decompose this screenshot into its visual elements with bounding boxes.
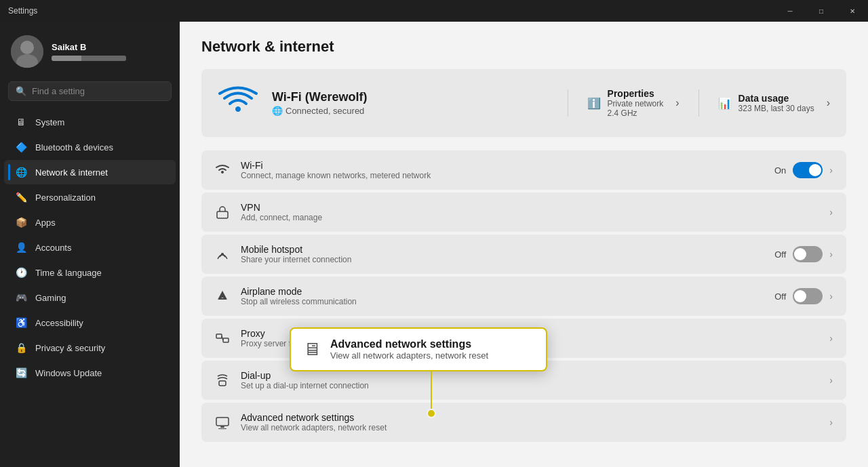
tooltip-box: 🖥 Advanced network settings View all net… (290, 327, 547, 371)
maximize-button[interactable]: □ (806, 0, 837, 22)
chevron-wifi: › (829, 165, 833, 176)
dialup-icon (215, 373, 230, 387)
accounts-icon: 👤 (15, 241, 27, 253)
sidebar-item-network[interactable]: 🌐 Network & internet (4, 160, 176, 184)
sidebar-nav: 🖥 System 🔷 Bluetooth & devices 🌐 Network… (0, 109, 180, 386)
svg-rect-8 (219, 381, 226, 386)
data-usage-chevron: › (827, 97, 830, 109)
properties-sub1: Private network (608, 99, 664, 108)
sidebar-label-accessibility: Accessibility (35, 318, 83, 328)
row-text-hotspot: Mobile hotspot Share your internet conne… (241, 244, 764, 264)
toggle-airplane[interactable] (793, 288, 823, 304)
row-sublabel-vpn: Add, connect, manage (241, 213, 818, 222)
row-text-airplane: Airplane mode Stop all wireless communic… (241, 286, 764, 306)
search-input[interactable] (32, 86, 164, 96)
avatar[interactable] (11, 35, 43, 68)
sidebar-item-apps[interactable]: 📦 Apps (4, 210, 176, 235)
search-box[interactable]: 🔍 (8, 81, 172, 101)
chevron-vpn: › (829, 207, 833, 218)
personalization-icon: ✏️ (15, 191, 27, 203)
toggle-label-airplane: Off (774, 291, 786, 302)
gaming-icon: 🎮 (15, 291, 27, 304)
page-title: Network & internet (201, 38, 846, 56)
toggle-label-wifi: On (774, 165, 786, 176)
wifi-hero-card[interactable]: Wi-Fi (Werewolf) 🌐 Connected, secured ℹ️… (201, 69, 846, 137)
row-text-wifi: Wi-Fi Connect, manage known networks, me… (241, 160, 764, 180)
sidebar-label-update: Windows Update (35, 368, 102, 378)
row-right-wifi: On › (774, 162, 833, 178)
sidebar-item-system[interactable]: 🖥 System (4, 110, 176, 134)
sidebar-item-update[interactable]: 🔄 Windows Update (4, 361, 176, 385)
sidebar-item-gaming[interactable]: 🎮 Gaming (4, 285, 176, 310)
window-controls: ─ □ ✕ (774, 0, 868, 22)
vpn-icon (215, 205, 230, 219)
bluetooth-icon: 🔷 (15, 141, 27, 153)
app-body: Saikat B 🔍 🖥 System 🔷 Bluetooth & device… (0, 22, 868, 467)
airplane-icon (215, 289, 230, 303)
row-label-airplane: Airplane mode (241, 286, 764, 297)
row-text-dialup: Dial-up Set up a dial-up internet connec… (241, 370, 818, 390)
tooltip-line (431, 371, 432, 409)
row-sublabel-dialup: Set up a dial-up internet connection (241, 381, 818, 390)
sidebar-item-accessibility[interactable]: ♿ Accessibility (4, 310, 176, 335)
sidebar-label-bluetooth: Bluetooth & devices (35, 142, 113, 153)
properties-sub2: 2.4 GHz (608, 108, 664, 118)
row-right-advanced: › (829, 417, 833, 428)
row-right-hotspot: Off › (774, 246, 833, 262)
user-name: Saikat B (52, 42, 126, 52)
svg-rect-10 (220, 426, 224, 428)
sidebar-label-apps: Apps (35, 218, 56, 228)
proxy-icon (215, 331, 230, 345)
privacy-icon: 🔒 (15, 342, 27, 354)
sidebar: Saikat B 🔍 🖥 System 🔷 Bluetooth & device… (0, 22, 180, 467)
row-right-vpn: › (829, 207, 833, 218)
tooltip-icon: 🖥 (303, 339, 321, 360)
row-text-vpn: VPN Add, connect, manage (241, 202, 818, 222)
settings-row-advanced[interactable]: Advanced network settings View all netwo… (201, 403, 846, 442)
minimize-button[interactable]: ─ (774, 0, 806, 22)
row-right-proxy: › (829, 333, 833, 344)
sidebar-item-bluetooth[interactable]: 🔷 Bluetooth & devices (4, 135, 176, 159)
tooltip-title: Advanced network settings (330, 338, 488, 350)
toggle-hotspot[interactable] (793, 246, 823, 262)
data-usage-section[interactable]: 📊 Data usage 323 MB, last 30 days › (718, 93, 830, 113)
sidebar-item-time[interactable]: 🕐 Time & language (4, 260, 176, 285)
tooltip-text: Advanced network settings View all netwo… (330, 338, 488, 361)
svg-rect-3 (217, 211, 228, 218)
row-label-vpn: VPN (241, 202, 818, 213)
close-button[interactable]: ✕ (837, 0, 868, 22)
settings-list: 🖥 Advanced network settings View all net… (201, 148, 846, 442)
info-icon: ℹ️ (587, 97, 601, 110)
row-label-wifi: Wi-Fi (241, 160, 764, 171)
row-text-advanced: Advanced network settings View all netwo… (241, 412, 818, 432)
sidebar-item-privacy[interactable]: 🔒 Privacy & security (4, 336, 176, 360)
tooltip-subtitle: View all network adapters, network reset (330, 350, 488, 361)
tooltip-wrapper: 🖥 Advanced network settings View all net… (290, 327, 547, 371)
settings-row-wifi[interactable]: Wi-Fi Connect, manage known networks, me… (201, 150, 846, 190)
row-label-advanced: Advanced network settings (241, 412, 818, 423)
properties-text: Properties Private network 2.4 GHz (608, 88, 664, 118)
main-content: Network & internet Wi-Fi (Werewolf) 🌐 Co… (180, 22, 868, 467)
chevron-proxy: › (829, 333, 833, 344)
properties-chevron: › (675, 97, 679, 109)
toggle-label-hotspot: Off (774, 249, 786, 260)
hero-divider2 (698, 89, 699, 117)
sidebar-label-network: Network & internet (35, 167, 108, 178)
row-sublabel-hotspot: Share your internet connection (241, 255, 764, 264)
svg-rect-7 (223, 338, 229, 342)
row-label-hotspot: Mobile hotspot (241, 244, 764, 255)
sidebar-item-personalization[interactable]: ✏️ Personalization (4, 185, 176, 209)
hero-divider (568, 89, 568, 117)
toggle-wifi[interactable] (793, 162, 823, 178)
settings-row-hotspot[interactable]: Mobile hotspot Share your internet conne… (201, 235, 846, 274)
data-usage-label: Data usage (738, 93, 814, 104)
settings-row-airplane[interactable]: Airplane mode Stop all wireless communic… (201, 277, 846, 316)
row-sublabel-advanced: View all network adapters, network reset (241, 423, 818, 432)
svg-rect-6 (216, 334, 222, 338)
apps-icon: 📦 (15, 216, 27, 228)
time-icon: 🕐 (15, 266, 27, 279)
settings-row-vpn[interactable]: VPN Add, connect, manage › (201, 192, 846, 232)
wifi-status: 🌐 Connected, secured (272, 106, 549, 116)
properties-section[interactable]: ℹ️ Properties Private network 2.4 GHz › (587, 88, 679, 118)
sidebar-item-accounts[interactable]: 👤 Accounts (4, 235, 176, 260)
